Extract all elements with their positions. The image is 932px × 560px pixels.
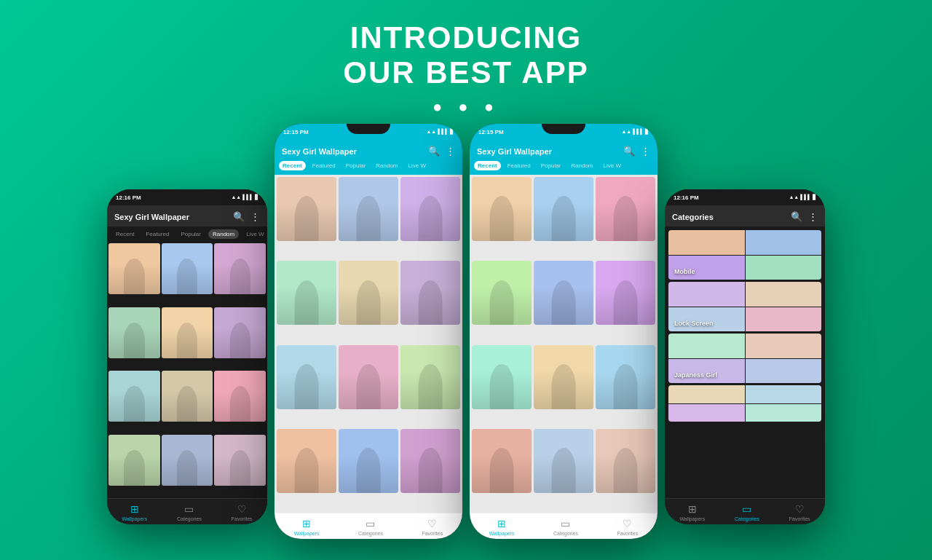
favorites-icon-left: ♡ [237, 503, 247, 515]
photo-cell[interactable] [400, 261, 460, 325]
toolbar-cr: Sexy Girl Wallpaper 🔍 ⋮ [470, 140, 657, 161]
photo-cell[interactable] [277, 429, 336, 493]
nav-favorites-label-right: Favorites [789, 516, 810, 521]
tab-live-cr[interactable]: Live W [600, 161, 625, 170]
photo-cell[interactable] [472, 345, 532, 409]
photo-cell[interactable] [400, 345, 460, 409]
toolbar-title-cr: Sexy Girl Wallpaper [477, 147, 552, 156]
photo-cell[interactable] [162, 371, 213, 422]
nav-favorites-label-cr: Favorites [617, 531, 638, 536]
photo-cell[interactable] [534, 177, 593, 241]
photo-cell[interactable] [596, 261, 655, 325]
category-japanese-label: Japaness Girl [674, 371, 717, 379]
tabs-cr: Recent Featured Popular Random Live W [470, 161, 657, 175]
tab-live-left[interactable]: Live W [242, 229, 267, 239]
photo-cell[interactable] [400, 429, 460, 493]
photo-cell[interactable] [472, 261, 532, 325]
wallpapers-icon-right: ⊞ [688, 503, 697, 515]
photo-cell[interactable] [277, 177, 336, 241]
photo-cell[interactable] [472, 429, 532, 493]
category-lockscreen[interactable]: Lock Screen [668, 282, 821, 331]
photo-cell[interactable] [277, 261, 336, 325]
time-right: 12:16 PM [674, 194, 699, 201]
photo-cell[interactable] [596, 177, 655, 241]
photo-cell[interactable] [162, 307, 213, 358]
tab-random-cr[interactable]: Random [567, 161, 596, 170]
photo-cell[interactable] [339, 177, 398, 241]
photo-cell[interactable] [596, 345, 655, 409]
toolbar-title-left: Sexy Girl Wallpaper [114, 213, 189, 221]
nav-wallpapers-right[interactable]: ⊞ Wallpapers [679, 503, 705, 521]
tab-popular-left[interactable]: Popular [176, 229, 205, 239]
bottom-nav-cr: ⊞ Wallpapers ▭ Categories ♡ Favorites [470, 513, 657, 539]
nav-wallpapers-cr[interactable]: ⊞ Wallpapers [489, 518, 515, 536]
toolbar-right: Categories 🔍 ⋮ [665, 205, 825, 226]
category-japanese-girl[interactable]: Japaness Girl [668, 334, 821, 383]
photo-grid-cr [470, 175, 657, 513]
photo-cell[interactable] [162, 435, 213, 486]
photo-cell[interactable] [534, 429, 593, 493]
icons-right: ▲▲ ▌▌▌ ▊ [789, 194, 816, 200]
time-left: 12:16 PM [116, 194, 141, 201]
favorites-icon-cr: ♡ [623, 518, 632, 529]
photo-cell[interactable] [214, 243, 266, 294]
nav-favorites-cl[interactable]: ♡ Favorites [422, 518, 443, 536]
photo-cell[interactable] [534, 345, 593, 409]
nav-wallpapers-label-cl: Wallpapers [294, 531, 320, 536]
nav-categories-left[interactable]: ▭ Categories [177, 503, 202, 521]
tab-recent-cl[interactable]: Recent [279, 161, 306, 170]
nav-wallpapers-label-left: Wallpapers [122, 516, 147, 521]
photo-cell[interactable] [108, 307, 160, 358]
tab-popular-cr[interactable]: Popular [537, 161, 565, 170]
icons-cr: ▲▲ ▌▌▌ ▊ [621, 129, 649, 135]
tab-random-cl[interactable]: Random [372, 161, 401, 170]
nav-categories-cr[interactable]: ▭ Categories [553, 518, 578, 536]
menu-icon-left[interactable]: ⋮ [250, 211, 260, 222]
category-mobile[interactable]: Mobile [668, 230, 821, 280]
status-bar-right: 12:16 PM ▲▲ ▌▌▌ ▊ [665, 189, 825, 205]
search-icon-cl[interactable]: 🔍 [428, 146, 440, 157]
photo-cell[interactable] [277, 345, 336, 409]
tab-popular-cl[interactable]: Popular [342, 161, 370, 170]
photo-cell[interactable] [108, 435, 160, 486]
search-icon-cr[interactable]: 🔍 [623, 146, 635, 157]
tab-featured-cl[interactable]: Featured [309, 161, 339, 170]
photo-cell[interactable] [108, 371, 160, 422]
photo-cell[interactable] [108, 243, 160, 294]
photo-cell[interactable] [339, 345, 398, 409]
search-icon-left[interactable]: 🔍 [233, 211, 245, 222]
nav-wallpapers-left[interactable]: ⊞ Wallpapers [122, 503, 147, 521]
photo-cell[interactable] [400, 177, 460, 241]
photo-cell[interactable] [596, 429, 655, 493]
nav-favorites-label-cl: Favorites [422, 531, 443, 536]
search-icon-right[interactable]: 🔍 [791, 211, 802, 222]
photo-cell[interactable] [339, 261, 398, 325]
category-4[interactable] [668, 385, 821, 422]
tab-recent-cr[interactable]: Recent [474, 161, 501, 170]
nav-favorites-left[interactable]: ♡ Favorites [232, 503, 253, 521]
nav-wallpapers-label-cr: Wallpapers [489, 531, 515, 536]
menu-icon-cr[interactable]: ⋮ [641, 146, 650, 157]
photo-cell[interactable] [339, 429, 398, 493]
toolbar-icons-cr: 🔍 ⋮ [623, 146, 650, 157]
menu-icon-right[interactable]: ⋮ [808, 211, 818, 222]
photo-cell[interactable] [534, 261, 593, 325]
nav-categories-cl[interactable]: ▭ Categories [358, 518, 383, 536]
tab-recent-left[interactable]: Recent [111, 229, 138, 239]
photo-cell[interactable] [214, 307, 266, 358]
photo-cell[interactable] [214, 435, 266, 486]
nav-favorites-cr[interactable]: ♡ Favorites [617, 518, 638, 536]
menu-icon-cl[interactable]: ⋮ [446, 146, 455, 157]
phones-container: 12:16 PM ▲▲ ▌▌▌ ▊ Sexy Girl Wallpaper 🔍 … [0, 124, 932, 539]
photo-cell[interactable] [214, 371, 266, 422]
tab-random-left[interactable]: Random [208, 229, 239, 239]
photo-cell[interactable] [472, 177, 532, 241]
tab-featured-cr[interactable]: Featured [504, 161, 534, 170]
toolbar-icons-left: 🔍 ⋮ [233, 211, 260, 222]
nav-wallpapers-cl[interactable]: ⊞ Wallpapers [294, 518, 320, 536]
photo-cell[interactable] [162, 243, 213, 294]
nav-categories-right[interactable]: ▭ Categories [735, 503, 759, 521]
tab-live-cl[interactable]: Live W [405, 161, 430, 170]
tab-featured-left[interactable]: Featured [141, 229, 173, 239]
nav-favorites-right[interactable]: ♡ Favorites [789, 503, 810, 521]
